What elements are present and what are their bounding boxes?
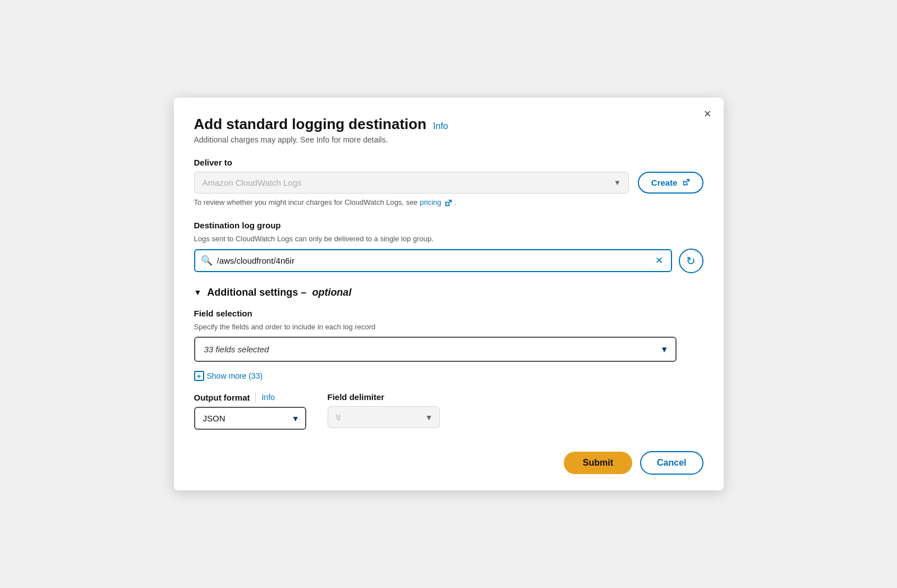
modal-header: Add standard logging destination Info (194, 116, 703, 133)
deliver-to-label: Deliver to (194, 158, 703, 167)
format-delimiter-row: Output format Info JSON ▼ Field delimite… (194, 392, 703, 430)
format-select-wrapper: JSON ▼ (194, 407, 306, 430)
field-selection-description: Specify the fields and order to include … (194, 323, 703, 331)
pricing-external-link-icon (444, 199, 452, 207)
clear-search-button[interactable]: ✕ (653, 255, 665, 267)
field-delimiter-label: Field delimiter (328, 392, 440, 402)
create-button[interactable]: Create (638, 172, 703, 194)
create-button-label: Create (651, 178, 678, 187)
cancel-button[interactable]: Cancel (640, 451, 703, 475)
chevron-down-icon: ▼ (194, 288, 202, 297)
output-format-label: Output format (194, 393, 250, 402)
destination-log-group-input[interactable] (217, 250, 653, 271)
close-button[interactable]: × (704, 108, 711, 120)
external-link-icon (682, 178, 690, 186)
clear-icon: ✕ (655, 255, 663, 267)
field-selection-label: Field selection (194, 309, 703, 318)
format-divider (255, 392, 256, 402)
destination-log-group-section: Destination log group Logs sent to Cloud… (194, 220, 703, 273)
show-more-link[interactable]: + Show more (33) (194, 371, 263, 381)
fields-select[interactable]: 33 fields selected (194, 337, 677, 362)
additional-settings-title: Additional settings – optional (207, 287, 351, 298)
pricing-note-text-after: . (454, 198, 457, 206)
output-format-info-link[interactable]: Info (261, 393, 274, 402)
deliver-to-select-wrapper: Amazon CloudWatch Logs ▼ (194, 172, 629, 194)
format-select[interactable]: JSON (194, 407, 306, 430)
format-label-row: Output format Info (194, 392, 306, 402)
deliver-to-select[interactable]: Amazon CloudWatch Logs (194, 172, 629, 194)
modal-subtitle: Additional charges may apply. See Info f… (194, 135, 703, 144)
search-input-wrapper: 🔍 ✕ (194, 249, 672, 272)
search-row: 🔍 ✕ ↻ (194, 249, 703, 273)
pricing-link-label: pricing (420, 198, 441, 206)
pricing-note-text-before: To review whether you might incur charge… (194, 198, 420, 206)
optional-text: optional (312, 287, 351, 298)
delimiter-select[interactable]: \t (328, 406, 440, 428)
modal-title: Add standard logging destination (194, 116, 427, 133)
pricing-note: To review whether you might incur charge… (194, 198, 703, 207)
fields-select-wrapper: 33 fields selected ▼ (194, 337, 677, 362)
output-format-section: Output format Info JSON ▼ (194, 392, 306, 430)
field-delimiter-section: Field delimiter \t ▼ (328, 392, 440, 428)
show-more-icon: + (194, 371, 204, 381)
header-info-link[interactable]: Info (433, 121, 448, 131)
submit-button[interactable]: Submit (564, 452, 632, 474)
destination-log-group-label: Destination log group (194, 220, 703, 230)
additional-settings-section: ▼ Additional settings – optional Field s… (194, 287, 703, 430)
deliver-to-row: Amazon CloudWatch Logs ▼ Create (194, 172, 703, 194)
destination-log-group-description: Logs sent to CloudWatch Logs can only be… (194, 235, 703, 243)
pricing-link[interactable]: pricing (420, 198, 454, 206)
field-selection-section: Field selection Specify the fields and o… (194, 309, 703, 362)
refresh-button[interactable]: ↻ (679, 249, 703, 273)
add-logging-destination-modal: × Add standard logging destination Info … (174, 98, 724, 490)
show-more-label: Show more (33) (207, 371, 263, 380)
deliver-to-section: Deliver to Amazon CloudWatch Logs ▼ Crea… (194, 158, 703, 207)
footer-actions: Submit Cancel (194, 445, 703, 475)
search-icon: 🔍 (201, 255, 213, 267)
additional-settings-header[interactable]: ▼ Additional settings – optional (194, 287, 703, 298)
delimiter-select-wrapper: \t ▼ (328, 406, 440, 428)
refresh-icon: ↻ (686, 254, 696, 268)
